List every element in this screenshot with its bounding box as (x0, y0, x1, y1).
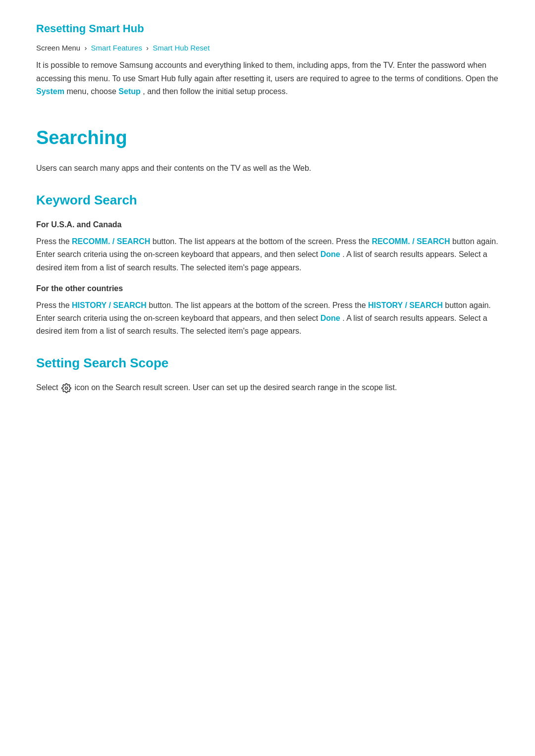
searching-intro: Users can search many apps and their con… (36, 162, 499, 175)
usa-text1: button. The list appears at the bottom o… (153, 237, 370, 246)
other-countries-body: Press the HISTORY / SEARCH button. The l… (36, 299, 499, 338)
keyword-search-title: Keyword Search (36, 190, 499, 211)
searching-section: Searching Users can search many apps and… (36, 123, 499, 175)
other-countries-label: For the other countries (36, 282, 499, 295)
usa-highlight1: RECOMM. / SEARCH (72, 237, 150, 246)
usa-highlight2: RECOMM. / SEARCH (372, 237, 450, 246)
resetting-smart-hub-body: It is possible to remove Samsung account… (36, 59, 499, 98)
other-highlight2: HISTORY / SEARCH (368, 301, 443, 309)
setting-search-scope-body: Select icon on the Search result screen.… (36, 381, 499, 394)
scope-text-after: icon on the Search result screen. User c… (74, 383, 397, 392)
resetting-body-end: , and then follow the initial setup proc… (143, 87, 288, 96)
usa-highlight3: Done (321, 250, 340, 258)
setting-search-scope-title: Setting Search Scope (36, 353, 499, 374)
system-link[interactable]: System (36, 87, 64, 96)
usa-canada-label: For U.S.A. and Canada (36, 218, 499, 231)
other-highlight1: HISTORY / SEARCH (72, 301, 147, 309)
breadcrumb: Screen Menu › Smart Features › Smart Hub… (36, 42, 499, 54)
usa-canada-body: Press the RECOMM. / SEARCH button. The l… (36, 235, 499, 274)
breadcrumb-screen-menu: Screen Menu (36, 44, 80, 52)
other-text1: button. The list appears at the bottom o… (149, 301, 366, 309)
setup-link[interactable]: Setup (118, 87, 140, 96)
resetting-body-text: It is possible to remove Samsung account… (36, 61, 498, 82)
keyword-search-section: Keyword Search For U.S.A. and Canada Pre… (36, 190, 499, 338)
resetting-smart-hub-section: Resetting Smart Hub Screen Menu › Smart … (36, 20, 499, 98)
setting-search-scope-section: Setting Search Scope Select icon on the … (36, 353, 499, 395)
scope-text-before: Select (36, 383, 58, 392)
usa-text-before: Press the (36, 237, 70, 246)
breadcrumb-separator-1: › (84, 44, 87, 52)
other-highlight3: Done (321, 314, 340, 322)
breadcrumb-smart-hub-reset-link[interactable]: Smart Hub Reset (153, 44, 210, 52)
breadcrumb-smart-features-link[interactable]: Smart Features (91, 44, 142, 52)
svg-point-0 (65, 387, 67, 390)
other-text-before: Press the (36, 301, 70, 309)
resetting-smart-hub-title: Resetting Smart Hub (36, 20, 499, 37)
breadcrumb-separator-2: › (146, 44, 149, 52)
resetting-body-middle: menu, choose (66, 87, 116, 96)
gear-icon (61, 383, 71, 393)
searching-title: Searching (36, 123, 499, 153)
